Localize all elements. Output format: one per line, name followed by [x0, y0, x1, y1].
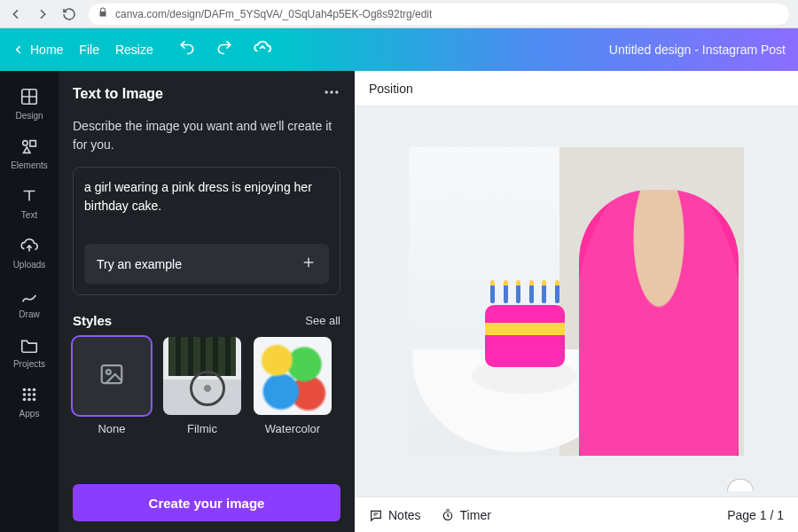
try-example-button[interactable]: Try an example [84, 244, 329, 284]
reload-icon[interactable] [62, 7, 76, 21]
canvas-body[interactable] [355, 106, 798, 497]
more-icon[interactable] [323, 83, 340, 105]
rail-draw[interactable]: Draw [0, 280, 59, 325]
svg-point-6 [23, 393, 27, 396]
resize-menu[interactable]: Resize [115, 43, 153, 57]
add-page-handle[interactable] [727, 479, 754, 491]
style-none[interactable]: None [73, 337, 151, 435]
svg-point-3 [23, 388, 27, 392]
redo-icon[interactable] [215, 38, 233, 61]
left-rail: Design Elements Text Uploads Draw Projec… [0, 71, 59, 532]
canvas-area: Position Notes Timer Page 1 / 1 [355, 71, 798, 532]
rail-design[interactable]: Design [0, 82, 59, 126]
panel-title: Text to Image [73, 86, 163, 102]
rail-elements[interactable]: Elements [0, 131, 59, 176]
try-example-label: Try an example [97, 257, 182, 271]
svg-point-11 [33, 398, 36, 402]
svg-point-8 [33, 393, 36, 396]
style-filmic[interactable]: Filmic [163, 337, 241, 435]
timer-button[interactable]: Timer [441, 508, 491, 522]
svg-point-12 [325, 90, 328, 93]
url-text: canva.com/design/DAFm_5YSqVA/_0SqUah4p5E… [115, 8, 432, 20]
svg-point-4 [27, 388, 31, 392]
rail-apps[interactable]: Apps [0, 379, 59, 424]
rail-uploads[interactable]: Uploads [0, 231, 59, 275]
svg-point-9 [23, 398, 27, 402]
svg-point-13 [330, 90, 332, 93]
prompt-input[interactable]: a girl wearing a pink dress is enjoying … [84, 178, 329, 228]
back-icon[interactable] [9, 7, 23, 21]
see-all-link[interactable]: See all [305, 314, 340, 327]
style-watercolor[interactable]: Watercolor [254, 337, 332, 435]
canvas-toolbar: Position [355, 71, 798, 106]
svg-point-5 [33, 388, 36, 392]
canvas-footer: Notes Timer Page 1 / 1 [355, 497, 798, 532]
svg-rect-2 [30, 141, 35, 146]
address-bar[interactable]: canva.com/design/DAFm_5YSqVA/_0SqUah4p5E… [89, 4, 789, 25]
plus-icon [301, 254, 317, 273]
svg-rect-15 [102, 365, 122, 383]
page-indicator[interactable]: Page 1 / 1 [727, 508, 784, 522]
browser-toolbar: canva.com/design/DAFm_5YSqVA/_0SqUah4p5E… [0, 0, 798, 28]
file-menu[interactable]: File [79, 43, 99, 57]
svg-point-7 [27, 393, 31, 396]
position-button[interactable]: Position [369, 82, 413, 96]
design-image[interactable] [409, 147, 744, 456]
rail-text[interactable]: Text [0, 181, 59, 225]
home-button[interactable]: Home [12, 43, 63, 57]
image-placeholder-icon [98, 361, 125, 391]
notes-button[interactable]: Notes [369, 508, 421, 522]
rail-projects[interactable]: Projects [0, 330, 59, 374]
lock-icon [98, 7, 108, 20]
home-label: Home [30, 43, 63, 57]
forward-icon[interactable] [35, 7, 50, 21]
styles-heading: Styles [73, 313, 112, 328]
create-image-button[interactable]: Create your image [73, 484, 340, 521]
svg-point-14 [335, 90, 338, 93]
design-title[interactable]: Untitled design - Instagram Post [609, 43, 786, 57]
svg-point-1 [23, 141, 28, 146]
app-topbar: Home File Resize Untitled design - Insta… [0, 28, 798, 71]
panel-description: Describe the image you want and we'll cr… [73, 117, 340, 154]
undo-icon[interactable] [178, 38, 196, 61]
svg-point-16 [106, 370, 111, 374]
prompt-box: a girl wearing a pink dress is enjoying … [73, 167, 340, 295]
styles-row: None Filmic Watercolor [73, 337, 340, 435]
text-to-image-panel: Text to Image Describe the image you wan… [59, 71, 355, 532]
cloud-sync-icon[interactable] [253, 38, 272, 61]
svg-point-10 [27, 398, 31, 402]
